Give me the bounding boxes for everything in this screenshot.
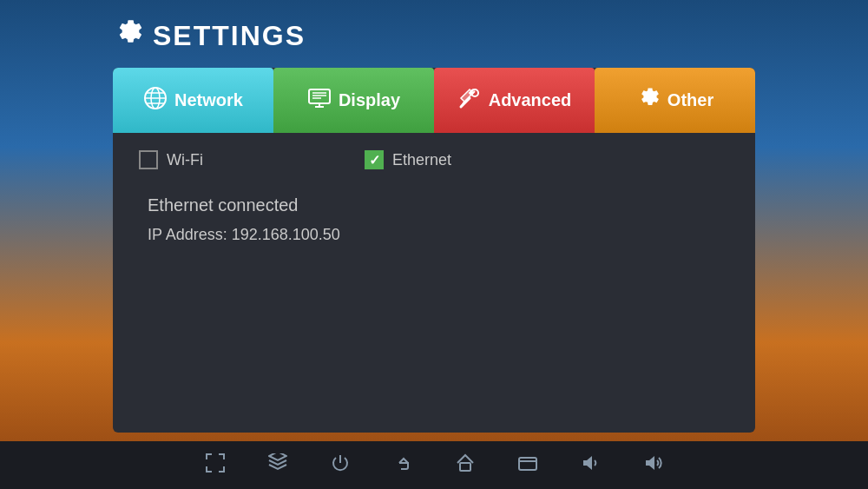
expand-icon[interactable]: [206, 453, 225, 477]
svg-marker-12: [269, 453, 286, 460]
wifi-checkbox[interactable]: [139, 150, 158, 169]
tools-icon: [457, 86, 482, 116]
tab-other[interactable]: Other: [595, 68, 755, 133]
ethernet-checkbox-item[interactable]: ✓ Ethernet: [365, 150, 590, 169]
tab-display-label: Display: [339, 90, 400, 110]
svg-marker-16: [583, 456, 592, 470]
checkboxes-row: Wi-Fi ✓ Ethernet: [139, 150, 729, 169]
power-icon[interactable]: [331, 453, 350, 477]
home-icon[interactable]: [456, 453, 475, 477]
wifi-checkbox-item[interactable]: Wi-Fi: [139, 150, 365, 169]
gear-icon: [636, 86, 661, 116]
svg-rect-13: [460, 463, 470, 471]
display-icon: [307, 86, 332, 116]
tab-network[interactable]: Network: [113, 68, 273, 133]
tab-advanced[interactable]: Advanced: [434, 68, 595, 133]
bottom-bar: [0, 441, 868, 489]
layers-icon[interactable]: [268, 453, 287, 477]
settings-panel: Network Display: [113, 68, 755, 433]
status-area: Ethernet connected IP Address: 192.168.1…: [139, 195, 729, 244]
recent-apps-icon[interactable]: [518, 453, 537, 477]
page-title: SETTINGS: [153, 20, 306, 52]
tab-advanced-label: Advanced: [489, 90, 572, 110]
tab-display[interactable]: Display: [273, 68, 434, 133]
back-icon[interactable]: [393, 453, 412, 477]
tab-network-label: Network: [174, 90, 243, 110]
settings-gear-icon: [113, 17, 144, 55]
volume-down-icon[interactable]: [581, 453, 600, 477]
svg-rect-14: [519, 458, 536, 470]
main-area: SETTINGS Network: [0, 0, 868, 441]
ethernet-label: Ethernet: [392, 151, 451, 169]
tabs-row: Network Display: [113, 68, 755, 133]
ethernet-checkbox[interactable]: ✓: [365, 150, 384, 169]
volume-up-icon[interactable]: [643, 453, 662, 477]
ethernet-status: Ethernet connected: [148, 195, 729, 215]
svg-rect-5: [309, 89, 330, 103]
tab-other-label: Other: [667, 90, 713, 110]
ip-address: IP Address: 192.168.100.50: [148, 226, 729, 244]
globe-icon: [143, 86, 168, 116]
content-area: Wi-Fi ✓ Ethernet Ethernet connected IP A…: [113, 133, 755, 433]
settings-header: SETTINGS: [0, 17, 868, 68]
svg-marker-17: [646, 456, 654, 470]
wifi-label: Wi-Fi: [167, 151, 203, 169]
checkmark-icon: ✓: [369, 152, 380, 169]
